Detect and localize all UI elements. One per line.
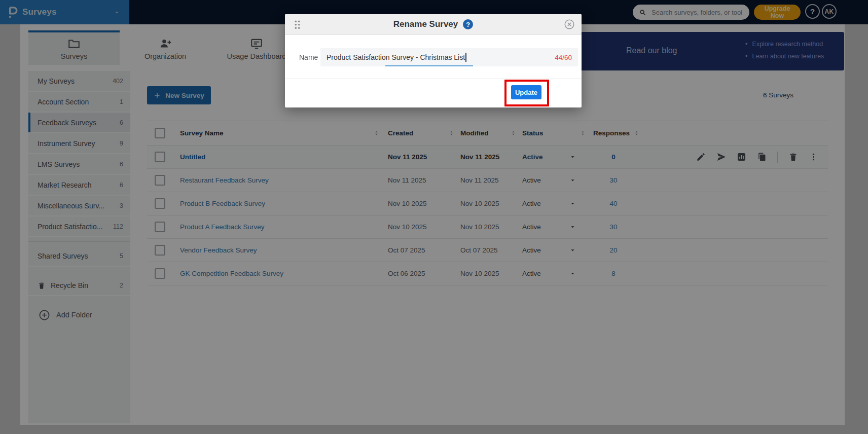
survey-name-input[interactable]: Product Satisfaction Survey - Christmas …	[320, 48, 578, 66]
rename-survey-modal: Rename Survey ? Name Product Satisfactio…	[285, 14, 582, 107]
name-label: Name	[299, 48, 318, 66]
close-icon[interactable]	[564, 19, 575, 30]
text-cursor	[465, 53, 466, 62]
input-value: Product Satisfaction Survey - Christmas …	[327, 53, 465, 61]
modal-title: Rename Survey ?	[393, 19, 474, 29]
help-icon[interactable]: ?	[463, 19, 473, 29]
annotation-highlight	[504, 80, 549, 106]
drag-handle-icon[interactable]	[293, 18, 302, 30]
divider	[285, 79, 582, 79]
input-focus-underline	[385, 65, 473, 66]
char-counter: 44/60	[555, 54, 572, 61]
modal-header: Rename Survey ?	[285, 14, 582, 35]
